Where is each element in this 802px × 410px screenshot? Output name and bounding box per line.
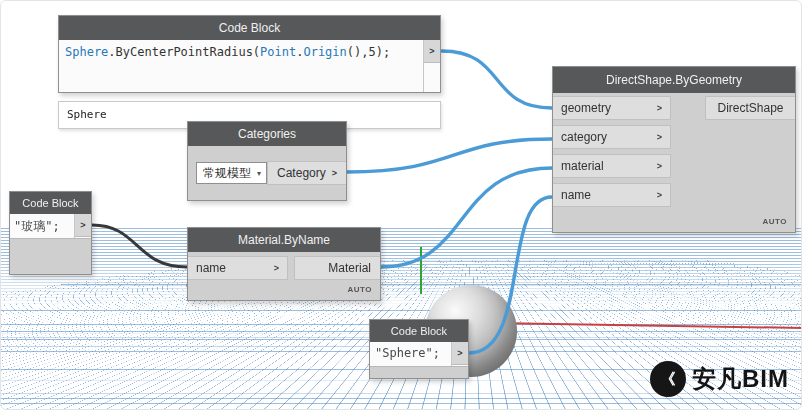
- brand-logo-icon: 《: [650, 361, 686, 397]
- port-chevron-icon: >: [429, 46, 434, 56]
- node-footer: [10, 238, 91, 274]
- node-title[interactable]: Material.ByName: [188, 228, 380, 252]
- dropdown-value: 常规模型: [203, 165, 251, 182]
- code-input[interactable]: Sphere.ByCenterPointRadius(Point.Origin(…: [59, 40, 423, 92]
- lacing-auto-label: AUTO: [553, 212, 795, 232]
- port-label: DirectShape: [717, 101, 783, 115]
- port-label: category: [561, 130, 607, 144]
- code-block-node-name[interactable]: Code Block "Sphere"; >: [369, 319, 469, 379]
- code-token: Point: [260, 45, 296, 59]
- port-chevron-icon: >: [274, 263, 279, 273]
- output-port[interactable]: >: [75, 214, 91, 237]
- code-input[interactable]: "Sphere";: [370, 342, 451, 366]
- node-title[interactable]: Categories: [188, 122, 346, 146]
- directshape-bygeometry-node[interactable]: DirectShape.ByGeometry geometry > Direct…: [552, 66, 796, 233]
- port-chevron-icon: >: [657, 103, 662, 113]
- port-label: material: [561, 159, 604, 173]
- node-title[interactable]: DirectShape.ByGeometry: [553, 67, 795, 93]
- wire-codeblock-to-name[interactable]: [469, 197, 552, 353]
- output-port-directshape[interactable]: DirectShape: [705, 96, 795, 120]
- output-port[interactable]: >: [424, 40, 440, 63]
- port-chevron-icon: >: [332, 168, 337, 178]
- logo-glyph: 《: [661, 370, 676, 389]
- port-chevron-icon: >: [657, 161, 662, 171]
- input-port-material[interactable]: material >: [553, 154, 671, 178]
- node-title[interactable]: Code Block: [10, 192, 91, 214]
- watermark: 《 安凡BIM: [650, 361, 789, 397]
- input-port-geometry[interactable]: geometry >: [553, 96, 671, 120]
- code-token: Sphere: [65, 45, 108, 59]
- port-label: name: [561, 188, 591, 202]
- output-port[interactable]: >: [452, 342, 468, 365]
- wire-codeblock-to-material-name[interactable]: [92, 225, 187, 267]
- dynamo-workspace[interactable]: Code Block Sphere.ByCenterPointRadius(Po…: [0, 0, 802, 410]
- code-block-node-sphere-expr[interactable]: Code Block Sphere.ByCenterPointRadius(Po…: [58, 15, 441, 93]
- lacing-auto-label: AUTO: [188, 280, 380, 300]
- brand-name: 安凡BIM: [692, 363, 789, 395]
- output-port-category[interactable]: Category >: [267, 161, 346, 185]
- category-dropdown[interactable]: 常规模型 ▾: [196, 162, 267, 184]
- node-footer: [370, 366, 468, 378]
- code-token: (),: [347, 45, 369, 59]
- material-byname-node[interactable]: Material.ByName name > Material AUTO: [187, 227, 381, 301]
- wire-category-to-category[interactable]: [347, 139, 552, 172]
- input-port-name[interactable]: name >: [188, 256, 288, 280]
- code-token: .ByCenterPointRadius(: [108, 45, 260, 59]
- dropdown-chevron-icon: ▾: [257, 169, 261, 178]
- port-chevron-icon: >: [457, 348, 462, 358]
- port-chevron-icon: >: [657, 190, 662, 200]
- code-token: "玻璃";: [14, 219, 60, 233]
- port-label: Category: [277, 166, 326, 180]
- port-chevron-icon: >: [80, 220, 85, 230]
- port-label: name: [196, 261, 226, 275]
- code-input[interactable]: "玻璃";: [10, 214, 74, 238]
- port-label: Material: [328, 261, 371, 275]
- node-title[interactable]: Code Block: [59, 16, 440, 40]
- node-title[interactable]: Code Block: [370, 320, 468, 342]
- input-port-name[interactable]: name >: [553, 183, 671, 207]
- wire-codeblock-to-geometry[interactable]: [442, 51, 552, 108]
- port-column: >: [423, 40, 440, 92]
- port-label: geometry: [561, 101, 611, 115]
- port-column: >: [74, 214, 91, 238]
- categories-node[interactable]: Categories 常规模型 ▾ Category >: [187, 121, 347, 201]
- code-token: 5: [368, 45, 375, 59]
- port-chevron-icon: >: [657, 132, 662, 142]
- input-port-category[interactable]: category >: [553, 125, 671, 149]
- output-port-material[interactable]: Material: [294, 256, 380, 280]
- code-block-node-glass[interactable]: Code Block "玻璃"; >: [9, 191, 92, 275]
- code-token: );: [376, 45, 390, 59]
- port-column: >: [451, 342, 468, 366]
- code-token: Origin: [303, 45, 346, 59]
- code-token: "Sphere";: [375, 346, 440, 360]
